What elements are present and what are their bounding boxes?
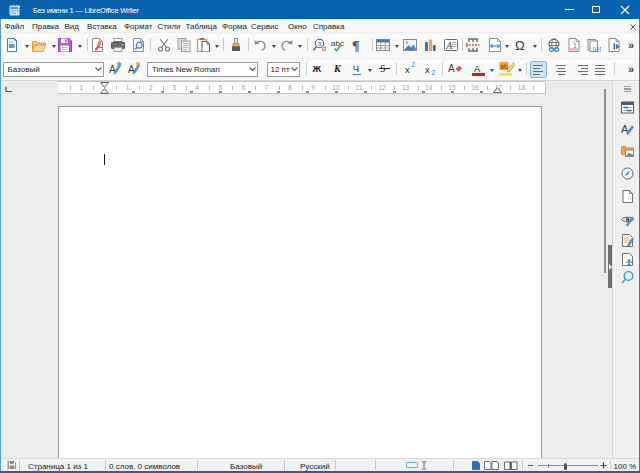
svg-text:abc: abc: [331, 39, 344, 48]
svg-text:A: A: [448, 63, 455, 74]
svg-text:d: d: [322, 44, 326, 51]
svg-text:ab: ab: [500, 63, 508, 70]
svg-text:a: a: [318, 40, 322, 47]
svg-text:A: A: [445, 40, 453, 51]
svg-text:1: 1: [573, 41, 577, 48]
svg-text:Ω: Ω: [515, 38, 525, 52]
svg-text:¶: ¶: [352, 38, 360, 52]
svg-text:[()]: [()]: [593, 45, 601, 52]
